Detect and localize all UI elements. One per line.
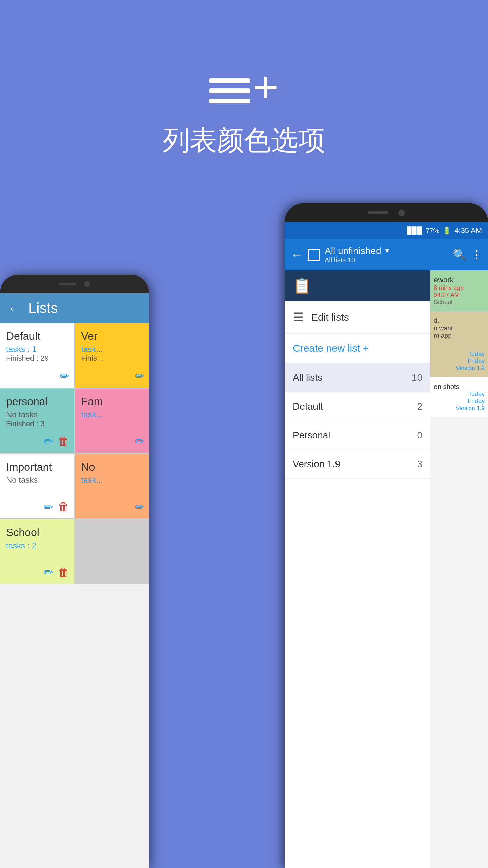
delete-icon[interactable]: 🗑 xyxy=(58,435,69,448)
list-row-personal[interactable]: Personal 0 xyxy=(285,421,430,450)
delete-icon[interactable]: 🗑 xyxy=(58,500,69,514)
list-card-default[interactable]: Default tasks : 1 Finished : 29 ✏ xyxy=(0,323,74,388)
phone-right: ▉▉▉ 77% 🔋 4:35 AM ← All unfinished ▼ All… xyxy=(285,203,488,868)
search-icon[interactable]: 🔍 xyxy=(453,248,466,261)
list-count: 0 xyxy=(417,430,422,441)
card-title: School xyxy=(6,526,68,539)
delete-icon[interactable]: 🗑 xyxy=(58,566,69,579)
left-back-arrow[interactable]: ← xyxy=(7,301,21,316)
edit-icon[interactable]: ✏ xyxy=(44,500,53,514)
card-title: No xyxy=(81,461,143,473)
card-title: Fam xyxy=(81,395,143,408)
drawer-logo-icon: 📋 xyxy=(293,277,311,295)
card-tasks: tasks : 1 xyxy=(6,344,68,354)
create-new-list-row[interactable]: Create new list + xyxy=(285,334,430,363)
list-count: 3 xyxy=(417,459,422,470)
edit-icon[interactable]: ✏ xyxy=(44,435,53,448)
edit-icon[interactable]: ✏ xyxy=(135,435,144,448)
list-card-no[interactable]: No task... ✏ xyxy=(75,454,149,518)
edit-icon[interactable]: ✏ xyxy=(135,370,144,382)
drawer-panel: 📋 ☰ Edit lists Create new list + All lis… xyxy=(285,270,430,868)
more-icon[interactable]: ⋮ xyxy=(471,248,482,261)
left-app-bar: ← Lists xyxy=(0,293,149,323)
list-card-school[interactable]: School tasks : 2 ✏ 🗑 xyxy=(0,519,74,584)
battery-text: 77% xyxy=(426,227,439,235)
card-title: Ver xyxy=(81,330,143,342)
card-title: Important xyxy=(6,461,68,473)
status-bar: ▉▉▉ 77% 🔋 4:35 AM xyxy=(285,222,488,239)
list-name: Version 1.9 xyxy=(293,459,340,470)
phone-left: ← Lists Default tasks : 1 Finished : 29 … xyxy=(0,275,149,868)
card-title: Default xyxy=(6,330,68,342)
task-peek-item-2: d. u want. m app xyxy=(430,312,488,345)
card-notasks: No tasks xyxy=(6,475,68,485)
battery-icon: 🔋 xyxy=(443,226,451,235)
task-peek-item-4: en shots Today Friday Version 1.9 xyxy=(430,377,488,417)
dropdown-icon[interactable]: ▼ xyxy=(384,247,391,255)
edit-lists-icon: ☰ xyxy=(293,310,304,324)
signal-icon: ▉▉▉ xyxy=(407,226,422,235)
tasks-peek: ework 8 mins ago 04:27 AM School d. u wa… xyxy=(430,270,488,868)
drawer-header: 📋 xyxy=(285,270,430,301)
list-row-version[interactable]: Version 1.9 3 xyxy=(285,450,430,479)
list-plus-icon: + xyxy=(209,72,279,106)
list-card-personal[interactable]: personal No tasks Finished : 3 ✏ 🗑 xyxy=(0,389,74,453)
header-title: 列表颜色选项 xyxy=(163,122,325,159)
time-text: 4:35 AM xyxy=(454,226,482,235)
list-count: 10 xyxy=(412,372,422,383)
list-card-important[interactable]: Important No tasks ✏ 🗑 xyxy=(0,454,74,518)
list-name: Default xyxy=(293,401,323,412)
card-notasks: No tasks xyxy=(6,410,68,419)
lists-grid: Default tasks : 1 Finished : 29 ✏ Ver ta… xyxy=(0,323,149,584)
card-tasks: task... xyxy=(81,475,143,485)
edit-lists-row[interactable]: ☰ Edit lists xyxy=(285,301,430,334)
card-finished: Finished : 29 xyxy=(6,354,68,363)
create-new-list-text: Create new list + xyxy=(293,342,369,354)
right-app-title: All unfinished xyxy=(325,245,381,256)
list-name: All lists xyxy=(293,372,322,383)
edit-icon[interactable]: ✏ xyxy=(60,370,69,382)
left-app-title: Lists xyxy=(28,300,58,316)
card-title: personal xyxy=(6,395,68,408)
task-peek-item-3: Today Friday Version 1.9 xyxy=(430,345,488,377)
list-row-default[interactable]: Default 2 xyxy=(285,392,430,421)
checkbox-icon xyxy=(308,249,320,261)
task-peek-item-1: ework 8 mins ago 04:27 AM School xyxy=(430,270,488,312)
card-tasks: task... xyxy=(81,410,143,419)
card-tasks: tasks : 2 xyxy=(6,541,68,550)
card-tasks: task... xyxy=(81,344,143,354)
right-app-bar: ← All unfinished ▼ All lists 10 🔍 ⋮ xyxy=(285,239,488,270)
edit-icon[interactable]: ✏ xyxy=(44,566,53,579)
phones-area: ← Lists Default tasks : 1 Finished : 29 … xyxy=(0,234,488,868)
list-name: Personal xyxy=(293,430,330,441)
card-finished: Finished : 3 xyxy=(6,419,68,428)
edit-icon[interactable]: ✏ xyxy=(135,500,144,513)
right-app-subtitle: All lists 10 xyxy=(325,256,448,264)
right-back-arrow[interactable]: ← xyxy=(291,248,303,262)
list-row-all[interactable]: All lists 10 xyxy=(285,363,430,392)
edit-lists-text: Edit lists xyxy=(311,312,349,323)
list-card-fam[interactable]: Fam task... ✏ xyxy=(75,389,149,453)
header-area: + 列表颜色选项 xyxy=(0,0,488,231)
right-app-bar-titles: All unfinished ▼ All lists 10 xyxy=(325,245,448,264)
card-finished: Finis... xyxy=(81,354,143,363)
list-card-ver[interactable]: Ver task... Finis... ✏ xyxy=(75,323,149,388)
list-count: 2 xyxy=(417,401,422,412)
